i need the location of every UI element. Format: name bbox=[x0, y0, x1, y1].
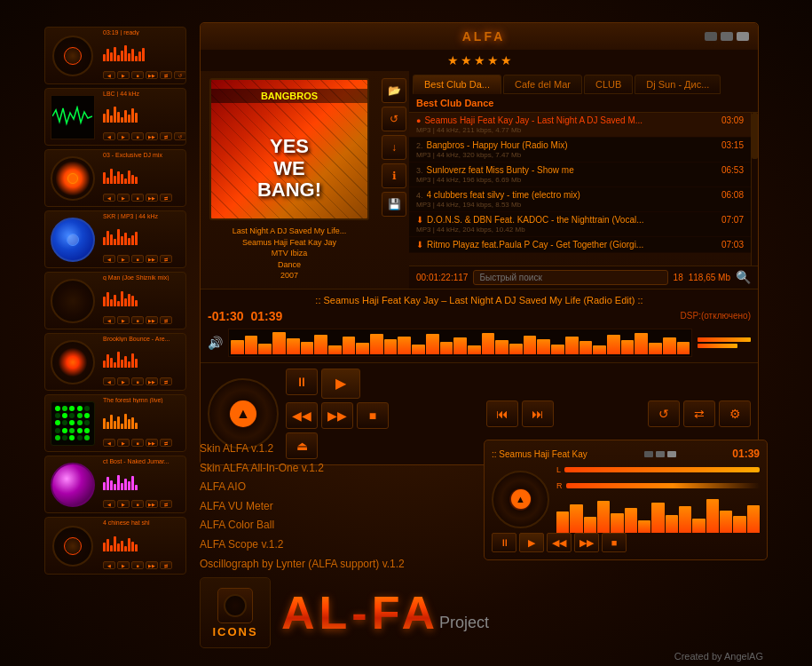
mini-prev-btn-7[interactable]: ◀ bbox=[103, 439, 115, 447]
mini-play-btn-9[interactable]: ▶ bbox=[117, 561, 130, 569]
mini-shuffle-btn-2[interactable]: ⇄ bbox=[160, 132, 172, 140]
mini-stop-btn-2[interactable]: ■ bbox=[131, 132, 144, 140]
search-input[interactable] bbox=[473, 270, 667, 285]
mini-prev-btn-8[interactable]: ◀ bbox=[103, 500, 115, 508]
prev-track-button[interactable]: ⏮ bbox=[486, 400, 518, 427]
mini-play-btn-5[interactable]: ▶ bbox=[117, 316, 130, 324]
mini-next-btn-5[interactable]: ▶▶ bbox=[146, 316, 158, 324]
next-track-button[interactable]: ⏭ bbox=[522, 400, 554, 427]
track-row-1[interactable]: ● Seamus Haji Feat Kay Jay - Last Night … bbox=[409, 113, 751, 138]
track-row-6[interactable]: ⬇ Ritmo Playaz feat.Paula P Cay - Get To… bbox=[409, 237, 751, 253]
mini-stop-btn-3[interactable]: ■ bbox=[131, 194, 144, 202]
mini-play-btn-6[interactable]: ▶ bbox=[117, 377, 130, 385]
star-1[interactable]: ★ bbox=[447, 53, 459, 67]
mini-next-btn-2[interactable]: ▶▶ bbox=[146, 132, 158, 140]
mini-play-btn-8[interactable]: ▶ bbox=[117, 500, 130, 508]
plugin-vu-meter[interactable]: ALFA VU Meter bbox=[200, 497, 448, 517]
tab-cafe-del-mar[interactable]: Cafe del Mar bbox=[503, 75, 582, 94]
track-row-5[interactable]: ⬇ D.O.N.S. & DBN Feat. KADOC - the Night… bbox=[409, 212, 751, 237]
mini-prev-btn[interactable]: ◀ bbox=[103, 71, 115, 79]
search-icon[interactable]: 🔍 bbox=[736, 270, 751, 284]
down-button[interactable]: ↓ bbox=[382, 135, 406, 160]
track-row-4[interactable]: 4. 4 clubbers feat silvy - time (electro… bbox=[409, 187, 751, 212]
refresh-button[interactable]: ↺ bbox=[382, 107, 406, 131]
plugin-aio[interactable]: ALFA AIO bbox=[200, 478, 448, 497]
minimize-button[interactable] bbox=[705, 32, 717, 41]
star-3[interactable]: ★ bbox=[474, 53, 485, 67]
mini-prev-btn-9[interactable]: ◀ bbox=[103, 561, 115, 569]
mini-stop-btn-main[interactable]: ■ bbox=[602, 533, 627, 552]
mini-stop-btn-8[interactable]: ■ bbox=[131, 500, 144, 508]
shuffle-button[interactable]: ⇄ bbox=[683, 400, 715, 427]
star-4[interactable]: ★ bbox=[487, 53, 499, 67]
plugin-skin-aio[interactable]: Skin ALFA All-In-One v.1.2 bbox=[200, 459, 448, 479]
maximize-button[interactable] bbox=[721, 32, 733, 41]
fast-forward-button[interactable]: ▶▶ bbox=[321, 402, 353, 429]
tab-dj-sun[interactable]: Dj Sun - Дис... bbox=[635, 75, 721, 94]
star-5[interactable]: ★ bbox=[501, 53, 512, 67]
mini-play-btn-2[interactable]: ▶ bbox=[117, 132, 130, 140]
sidebar-panel-8[interactable]: ct Bost - Naked Jumar... ◀ ▶ ■ ▶▶ ⇄ bbox=[44, 456, 186, 513]
mini-prev-btn-3[interactable]: ◀ bbox=[103, 194, 115, 202]
mini-maximize[interactable] bbox=[656, 451, 665, 457]
mini-shuffle-btn[interactable]: ⇄ bbox=[160, 71, 172, 79]
mini-shuffle-btn-5[interactable]: ⇄ bbox=[160, 316, 172, 324]
play-button[interactable]: ▶ bbox=[321, 369, 360, 399]
mini-minimize[interactable] bbox=[644, 451, 653, 457]
mini-repeat-btn-2[interactable]: ↺ bbox=[174, 132, 186, 140]
mini-play-btn-3[interactable]: ▶ bbox=[117, 194, 130, 202]
mini-stop-btn-5[interactable]: ■ bbox=[131, 316, 144, 324]
mini-close[interactable] bbox=[667, 451, 676, 457]
open-file-button[interactable]: 📂 bbox=[382, 78, 406, 103]
mini-stop-btn-4[interactable]: ■ bbox=[131, 255, 144, 263]
mini-next-btn-4[interactable]: ▶▶ bbox=[146, 255, 158, 263]
mini-next-btn-7[interactable]: ▶▶ bbox=[146, 439, 158, 447]
mini-stop-btn-7[interactable]: ■ bbox=[131, 439, 144, 447]
mini-shuffle-btn-8[interactable]: ⇄ bbox=[160, 500, 172, 508]
sidebar-panel-7[interactable]: The forest hymn (live) ◀ ▶ ■ ▶▶ ⇄ bbox=[44, 394, 186, 452]
mini-shuffle-btn-4[interactable]: ⇄ bbox=[160, 255, 172, 263]
mini-prev-btn-6[interactable]: ◀ bbox=[103, 377, 115, 385]
mini-ff-btn[interactable]: ▶▶ bbox=[574, 533, 599, 552]
mini-play-btn-4[interactable]: ▶ bbox=[117, 255, 130, 263]
tab-best-club[interactable]: Best Club Da... bbox=[413, 75, 501, 94]
mini-repeat-btn[interactable]: ↺ bbox=[174, 71, 186, 79]
mini-prev-btn-2[interactable]: ◀ bbox=[103, 132, 115, 140]
repeat-button[interactable]: ↺ bbox=[648, 400, 680, 427]
sidebar-panel-6[interactable]: Brooklyn Bounce - Are... ◀ ▶ ■ ▶▶ ⇄ bbox=[44, 333, 186, 391]
track-row-2[interactable]: 2. Bangbros - Happy Hour (Radio Mix) 03:… bbox=[409, 138, 751, 163]
mini-next-btn-3[interactable]: ▶▶ bbox=[146, 194, 158, 202]
mini-play-btn-main[interactable]: ▶ bbox=[519, 533, 544, 552]
plugin-color-ball[interactable]: ALFA Color Ball bbox=[200, 516, 448, 535]
track-row-3[interactable]: 3. Sunloverz feat Miss Bunty - Show me 0… bbox=[409, 163, 751, 187]
plugin-skin[interactable]: Skin ALFA v.1.2 bbox=[200, 440, 448, 459]
sidebar-panel-9[interactable]: 4 chinese hat shl ◀ ▶ ■ ▶▶ ⇄ bbox=[44, 517, 186, 575]
settings-button[interactable]: ⚙ bbox=[719, 400, 751, 427]
sidebar-panel-4[interactable]: SKR | MP3 | 44 kHz ◀ ▶ ■ ▶▶ ⇄ bbox=[44, 210, 186, 268]
save-button[interactable]: 💾 bbox=[382, 192, 406, 217]
mini-pause-btn[interactable]: ⏸ bbox=[492, 533, 516, 552]
mini-stop-btn-9[interactable]: ■ bbox=[131, 561, 144, 569]
sidebar-panel-3[interactable]: 03 - Exclusive DJ mix ◀ ▶ ■ ▶▶ ⇄ bbox=[44, 149, 186, 207]
mini-next-btn-9[interactable]: ▶▶ bbox=[146, 561, 158, 569]
mini-stop-btn[interactable]: ■ bbox=[131, 71, 144, 79]
scrollbar-track[interactable] bbox=[751, 113, 758, 266]
scrollbar-thumb[interactable] bbox=[752, 113, 758, 159]
mini-stop-btn-6[interactable]: ■ bbox=[131, 377, 144, 385]
sidebar-panel-2[interactable]: LBC | 44 kHz ◀ ▶ ■ ▶▶ ⇄ ↺ bbox=[44, 88, 186, 146]
mini-shuffle-btn-6[interactable]: ⇄ bbox=[160, 377, 172, 385]
sidebar-panel-1[interactable]: 03:19 | ready ◀ ▶ ■ ▶▶ ⇄ bbox=[44, 27, 186, 84]
mini-prev-btn-4[interactable]: ◀ bbox=[103, 255, 115, 263]
close-button[interactable] bbox=[737, 32, 749, 41]
mini-shuffle-btn-7[interactable]: ⇄ bbox=[160, 439, 172, 447]
mini-next-btn-6[interactable]: ▶▶ bbox=[146, 377, 158, 385]
pause-button[interactable]: ⏸ bbox=[286, 369, 318, 395]
mini-shuffle-btn-9[interactable]: ⇄ bbox=[160, 561, 172, 569]
plugin-oscillograph[interactable]: Oscillograph by Lynter (ALFA support) v.… bbox=[200, 555, 448, 575]
mini-prev-btn-5[interactable]: ◀ bbox=[103, 316, 115, 324]
plugin-scope[interactable]: ALFA Scope v.1.2 bbox=[200, 535, 448, 555]
tab-club[interactable]: CLUB bbox=[584, 75, 633, 94]
mini-play-btn-7[interactable]: ▶ bbox=[117, 439, 130, 447]
mini-shuffle-btn-3[interactable]: ⇄ bbox=[160, 194, 172, 202]
mini-rewind-btn[interactable]: ◀◀ bbox=[547, 533, 572, 552]
